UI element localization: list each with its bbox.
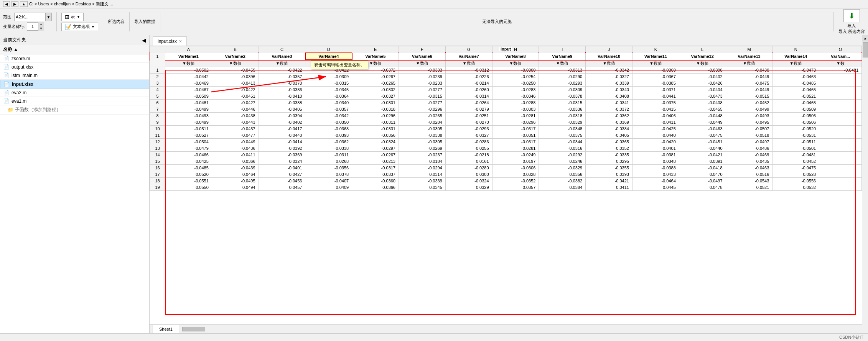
var-row-up-btn[interactable]: ▲ [38,22,44,26]
range-input[interactable] [15,13,45,21]
sidebar-item-eva1[interactable]: 📄 eva1.m [0,97,149,105]
data-cell[interactable]: -0.0381 [632,152,679,158]
data-cell[interactable]: -0.0335 [586,152,632,158]
data-cell[interactable]: -0.0473 [679,93,726,100]
data-cell[interactable]: -0.0408 [586,93,632,100]
data-cell[interactable]: -0.0371 [632,87,679,93]
data-cell[interactable] [819,126,862,132]
data-cell[interactable]: -0.0457 [212,126,259,132]
data-cell[interactable]: -0.0457 [259,184,305,191]
data-cell[interactable]: -0.0449 [679,119,726,126]
data-cell[interactable]: -0.0404 [679,87,726,93]
data-cell[interactable]: -0.0226 [445,74,492,80]
data-cell[interactable]: -0.0411 [586,184,632,191]
data-cell[interactable]: -0.0442 [165,74,212,80]
varname-12[interactable]: VarName12 [679,53,726,60]
data-cell[interactable]: -0.0265 [352,80,399,87]
data-cell[interactable]: -0.0384 [586,126,632,132]
data-cell[interactable]: -0.0267 [352,74,399,80]
data-cell[interactable]: -0.0464 [632,178,679,184]
data-cell[interactable]: -0.0352 [492,178,539,184]
data-cell[interactable]: -0.0303 [492,106,539,113]
data-cell[interactable]: -0.0433 [632,171,679,178]
col-G[interactable]: G [445,46,492,53]
data-cell[interactable]: -0.0317 [492,139,539,145]
data-cell[interactable]: -0.0246 [539,158,586,165]
data-cell[interactable]: -0.0497 [679,178,726,184]
data-cell[interactable]: -0.0469 [165,80,212,87]
data-cell[interactable]: -0.0356 [305,165,352,171]
data-cell[interactable]: -0.0499 [165,106,212,113]
data-cell[interactable]: -0.0249 [492,152,539,158]
data-cell[interactable]: -0.0470 [679,171,726,178]
data-cell[interactable]: -0.0254 [492,74,539,80]
data-cell[interactable] [819,165,862,171]
data-cell[interactable]: -0.0341 [586,100,632,106]
data-cell[interactable]: -0.0351 [492,132,539,139]
horizontal-scrollbar[interactable] [182,327,205,331]
subheader-6[interactable]: ▼数值 [399,60,445,67]
data-cell[interactable]: -0.0324 [445,178,492,184]
tab-close-btn[interactable]: × [179,39,182,44]
data-cell[interactable]: -0.0405 [259,106,305,113]
data-cell[interactable]: -0.0440 [259,132,305,139]
data-cell[interactable] [819,158,862,165]
data-cell[interactable]: -0.0264 [445,100,492,106]
data-cell[interactable]: -0.0318 [352,106,399,113]
data-cell[interactable]: -0.0448 [679,113,726,119]
data-cell[interactable]: -0.0418 [679,165,726,171]
data-cell[interactable]: -0.0281 [492,113,539,119]
data-cell[interactable]: -0.0436 [212,145,259,152]
data-cell[interactable]: -0.0283 [492,87,539,93]
data-cell[interactable]: -0.0284 [399,119,445,126]
data-cell[interactable]: -0.0422 [259,67,305,74]
data-cell[interactable]: -0.0362 [305,139,352,145]
data-cell[interactable]: -0.0269 [399,145,445,152]
data-cell[interactable]: -0.0415 [632,106,679,113]
data-cell[interactable]: -0.0255 [445,145,492,152]
data-cell[interactable]: -0.0277 [399,100,445,106]
data-cell[interactable]: -0.0506 [772,113,819,119]
data-cell[interactable]: -0.0499 [165,119,212,126]
subheader-9[interactable]: ▼数值 [539,60,586,67]
data-cell[interactable]: -0.0427 [212,100,259,106]
data-cell[interactable]: -0.0318 [539,113,586,119]
data-cell[interactable]: -0.0494 [212,184,259,191]
data-cell[interactable]: -0.0422 [212,87,259,93]
data-cell[interactable]: -0.0452 [772,158,819,165]
data-cell[interactable]: -0.0342 [586,67,632,74]
data-cell[interactable]: -0.0421 [679,152,726,158]
data-cell[interactable]: -0.0362 [586,113,632,119]
data-cell[interactable]: -0.0509 [165,93,212,100]
data-cell[interactable]: -0.0360 [352,178,399,184]
data-cell[interactable] [819,132,862,139]
subheader-10[interactable]: ▼数值 [586,60,632,67]
data-cell[interactable]: -0.0426 [679,80,726,87]
data-cell[interactable]: -0.0414 [259,139,305,145]
varname-10[interactable]: VarName10 [586,53,632,60]
col-I[interactable]: I [539,46,586,53]
data-cell[interactable]: -0.0504 [165,139,212,145]
data-cell[interactable]: -0.0300 [492,67,539,74]
data-cell[interactable]: -0.0495 [212,178,259,184]
col-C[interactable]: C [259,46,305,53]
data-cell[interactable]: -0.0511 [165,126,212,132]
data-cell[interactable]: -0.0516 [726,171,772,178]
data-cell[interactable]: -0.0521 [726,184,772,191]
data-cell[interactable]: -0.0339 [586,80,632,87]
data-cell[interactable]: -0.0388 [632,165,679,171]
data-cell[interactable]: -0.0521 [772,93,819,100]
varname-1[interactable]: VarName1 [165,53,212,60]
data-cell[interactable]: -0.0384 [539,184,586,191]
data-cell[interactable]: -0.0239 [399,74,445,80]
data-cell[interactable]: -0.0345 [399,184,445,191]
data-cell[interactable] [819,171,862,178]
data-cell[interactable]: -0.0324 [352,139,399,145]
data-cell[interactable]: -0.0357 [492,184,539,191]
data-cell[interactable]: -0.0408 [679,100,726,106]
data-cell[interactable]: -0.0501 [772,145,819,152]
data-cell[interactable]: -0.0356 [352,132,399,139]
sidebar-item-eva2[interactable]: 📄 eva2.m [0,89,149,97]
data-cell[interactable] [819,87,862,93]
data-cell[interactable]: -0.0328 [492,171,539,178]
